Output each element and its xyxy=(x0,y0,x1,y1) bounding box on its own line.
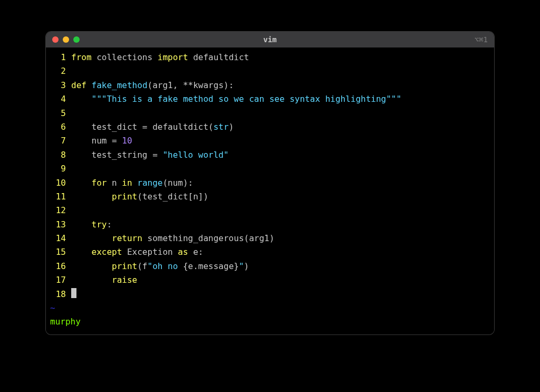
token xyxy=(132,178,138,188)
token: for xyxy=(92,178,107,188)
line-number: 18 xyxy=(46,288,71,301)
line-number: 3 xyxy=(46,79,71,92)
close-icon[interactable] xyxy=(52,36,59,43)
line-number: 10 xyxy=(46,176,71,190)
titlebar[interactable]: vim ⌥⌘1 xyxy=(46,32,494,47)
terminal-content[interactable]: 1from collections import defaultdict23de… xyxy=(46,47,494,334)
code-line[interactable]: 8 test_string = "hello world" xyxy=(46,148,494,162)
code-text[interactable]: except Exception as e: xyxy=(71,245,203,259)
code-text[interactable]: try: xyxy=(71,218,112,232)
token: (num): xyxy=(162,178,193,188)
token xyxy=(71,192,112,202)
token: = xyxy=(152,150,162,160)
token: e: xyxy=(188,247,204,257)
code-line[interactable]: 9 xyxy=(46,162,494,176)
minimize-icon[interactable] xyxy=(63,36,69,43)
traffic-lights xyxy=(52,36,80,43)
code-text[interactable] xyxy=(71,288,76,301)
token: import xyxy=(158,52,188,62)
line-number: 7 xyxy=(46,134,71,148)
token: Exception xyxy=(122,247,178,257)
token: : xyxy=(107,219,112,230)
status-line: murphy xyxy=(46,315,494,329)
code-text[interactable]: for n in range(num): xyxy=(71,176,193,190)
token: = xyxy=(112,136,122,146)
code-line[interactable]: 17 raise xyxy=(46,273,494,287)
code-text[interactable]: raise xyxy=(71,273,137,287)
code-text[interactable]: from collections import defaultdict xyxy=(71,51,249,64)
code-line[interactable]: 4 """This is a fake method so we can see… xyxy=(46,92,494,106)
token: test_string xyxy=(71,150,152,160)
code-area[interactable]: 1from collections import defaultdict23de… xyxy=(46,51,494,301)
code-line[interactable]: 16 print(f"oh no {e.message}") xyxy=(46,260,494,273)
line-number: 9 xyxy=(46,162,71,176)
line-number: 4 xyxy=(46,92,71,106)
token xyxy=(71,178,92,188)
code-line[interactable]: 13 try: xyxy=(46,218,494,232)
token: (test_dict[n]) xyxy=(137,192,208,202)
token: ) xyxy=(244,261,249,271)
token: {e.message} xyxy=(183,261,239,271)
code-line[interactable]: 7 num = 10 xyxy=(46,134,494,148)
line-number: 17 xyxy=(46,273,71,287)
window-title: vim xyxy=(263,35,276,44)
token: try xyxy=(92,219,107,230)
window-shortcut: ⌥⌘1 xyxy=(475,35,488,44)
line-number: 5 xyxy=(46,107,71,120)
token: fake_method xyxy=(92,80,148,90)
token: collections xyxy=(92,52,158,62)
code-line[interactable]: 1from collections import defaultdict xyxy=(46,51,494,64)
code-line[interactable]: 5 xyxy=(46,107,494,120)
line-number: 14 xyxy=(46,232,71,245)
code-line[interactable]: 2 xyxy=(46,64,494,78)
token: as xyxy=(178,247,188,257)
token: str xyxy=(214,122,229,132)
token xyxy=(71,261,112,271)
zoom-icon[interactable] xyxy=(73,36,80,43)
code-line[interactable]: 3def fake_method(arg1, **kwargs): xyxy=(46,79,494,92)
token: "oh no xyxy=(148,261,183,271)
token xyxy=(71,233,112,243)
token: "hello world" xyxy=(162,150,228,160)
token: num xyxy=(71,136,112,146)
code-text[interactable]: test_string = "hello world" xyxy=(71,148,229,162)
cursor-icon xyxy=(71,288,76,298)
token: raise xyxy=(112,275,137,285)
code-line[interactable]: 18 xyxy=(46,288,494,301)
line-number: 13 xyxy=(46,218,71,232)
token: in xyxy=(122,178,132,188)
code-line[interactable]: 14 return something_dangerous(arg1) xyxy=(46,232,494,245)
token xyxy=(71,247,92,257)
line-number: 1 xyxy=(46,51,71,64)
line-number: 8 xyxy=(46,148,71,162)
token: ) xyxy=(229,122,234,132)
code-line[interactable]: 6 test_dict = defaultdict(str) xyxy=(46,120,494,134)
token: (f xyxy=(137,261,147,271)
token: something_dangerous(arg1) xyxy=(142,233,274,243)
code-line[interactable]: 12 xyxy=(46,204,494,217)
vim-tilde: ~ xyxy=(46,301,494,315)
token: print xyxy=(112,261,137,271)
token: (arg1, **kwargs): xyxy=(148,80,234,90)
line-number: 15 xyxy=(46,245,71,259)
token: defaultdict xyxy=(188,52,249,62)
code-line[interactable]: 15 except Exception as e: xyxy=(46,245,494,259)
line-number: 11 xyxy=(46,190,71,204)
code-line[interactable]: 10 for n in range(num): xyxy=(46,176,494,190)
token: return xyxy=(112,233,142,243)
code-text[interactable]: print(test_dict[n]) xyxy=(71,190,208,204)
code-text[interactable]: test_dict = defaultdict(str) xyxy=(71,120,234,134)
line-number: 2 xyxy=(46,64,71,78)
code-line[interactable]: 11 print(test_dict[n]) xyxy=(46,190,494,204)
line-number: 16 xyxy=(46,260,71,273)
token: print xyxy=(112,192,137,202)
code-text[interactable]: return something_dangerous(arg1) xyxy=(71,232,274,245)
code-text[interactable]: print(f"oh no {e.message}") xyxy=(71,260,249,273)
token xyxy=(71,275,112,285)
code-text[interactable]: num = 10 xyxy=(71,134,132,148)
token: test_dict xyxy=(71,122,142,132)
token: = xyxy=(142,122,152,132)
token xyxy=(86,80,92,90)
code-text[interactable]: """This is a fake method so we can see s… xyxy=(71,92,401,106)
code-text[interactable]: def fake_method(arg1, **kwargs): xyxy=(71,79,234,92)
